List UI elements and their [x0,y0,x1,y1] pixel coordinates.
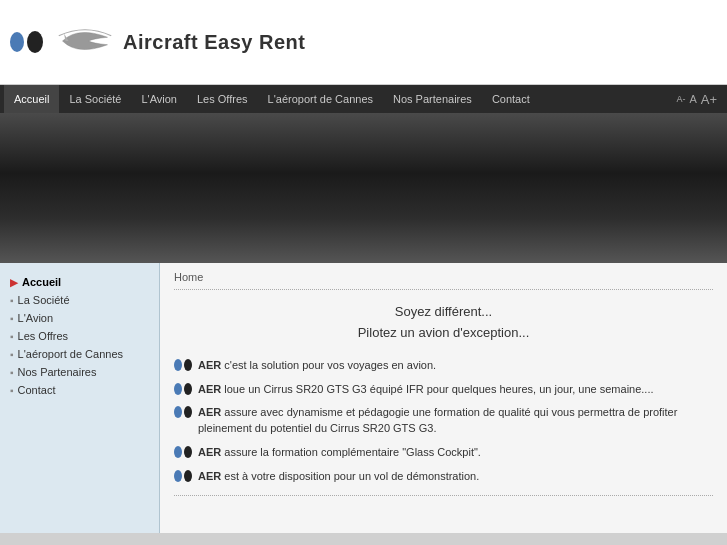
logo-plane-icon [55,21,115,64]
sidebar-bullet-aeroport: ▪ [10,349,14,360]
breadcrumb: Home [174,271,713,290]
aer-label: AER [198,406,221,418]
list-item: AER loue un Cirrus SR20 GTS G3 équipé IF… [174,382,713,398]
sidebar-item-contact[interactable]: ▪ Contact [6,381,153,399]
sidebar-bullet-partenaires: ▪ [10,367,14,378]
sidebar-item-partenaires[interactable]: ▪ Nos Partenaires [6,363,153,381]
list-item-text: AER assure la formation complémentaire "… [198,445,481,461]
oval-dark-icon [184,383,192,395]
nav-item-contact[interactable]: Contact [482,85,540,113]
list-item: AER assure la formation complémentaire "… [174,445,713,461]
sidebar-bullet-offres: ▪ [10,331,14,342]
list-item-text: AER loue un Cirrus SR20 GTS G3 équipé IF… [198,382,654,398]
font-size-controls: A- A A+ [676,93,723,106]
oval-blue-icon [174,446,182,458]
nav-item-avion[interactable]: L'Avion [131,85,187,113]
tagline-line1: Soyez différent... [174,302,713,323]
logo-oval-dark [27,31,43,53]
sidebar-label-contact: Contact [18,384,149,396]
tagline: Soyez différent... Pilotez un avion d'ex… [174,302,713,344]
list-item: AER est à votre disposition pour un vol … [174,469,713,485]
font-small-button[interactable]: A- [676,95,685,104]
nav-item-accueil[interactable]: Accueil [4,85,59,113]
aer-label: AER [198,383,221,395]
sidebar-label-accueil: Accueil [22,276,149,288]
font-large-button[interactable]: A+ [701,93,717,106]
sidebar-item-societe[interactable]: ▪ La Société [6,291,153,309]
main-content: Home Soyez différent... Pilotez un avion… [160,263,727,533]
logo-area: Aircraft Easy Rent [10,21,305,64]
oval-dark-icon [184,359,192,371]
oval-dark-icon [184,406,192,418]
oval-blue-icon [174,359,182,371]
content-list: AER c'est la solution pour vos voyages e… [174,358,713,486]
sidebar-label-societe: La Société [18,294,149,306]
oval-dark-icon [184,470,192,482]
sidebar-label-offres: Les Offres [18,330,149,342]
tagline-line2: Pilotez un avion d'exception... [174,323,713,344]
oval-dark-icon [184,446,192,458]
sidebar-item-avion[interactable]: ▪ L'Avion [6,309,153,327]
nav-item-societe[interactable]: La Société [59,85,131,113]
aer-label: AER [198,446,221,458]
hero-banner [0,113,727,263]
footer-divider [174,495,713,496]
sidebar: ▶ Accueil ▪ La Société ▪ L'Avion ▪ Les O… [0,263,160,533]
list-item: AER c'est la solution pour vos voyages e… [174,358,713,374]
list-item-text: AER assure avec dynamisme et pédagogie u… [198,405,713,437]
sidebar-bullet-societe: ▪ [10,295,14,306]
logo-circles [10,31,43,53]
sidebar-item-aeroport[interactable]: ▪ L'aéroport de Cannes [6,345,153,363]
logo-oval-blue [10,32,24,52]
list-item: AER assure avec dynamisme et pédagogie u… [174,405,713,437]
main-wrapper: ▶ Accueil ▪ La Société ▪ L'Avion ▪ Les O… [0,263,727,533]
list-item-text: AER est à votre disposition pour un vol … [198,469,479,485]
aer-label: AER [198,470,221,482]
header: Aircraft Easy Rent [0,0,727,85]
navbar: Accueil La Société L'Avion Les Offres L'… [0,85,727,113]
item-icons [174,406,192,418]
sidebar-item-offres[interactable]: ▪ Les Offres [6,327,153,345]
oval-blue-icon [174,470,182,482]
sidebar-label-aeroport: L'aéroport de Cannes [18,348,149,360]
sidebar-item-accueil[interactable]: ▶ Accueil [6,273,153,291]
nav-item-offres[interactable]: Les Offres [187,85,258,113]
list-item-text: AER c'est la solution pour vos voyages e… [198,358,436,374]
item-icons [174,446,192,458]
oval-blue-icon [174,383,182,395]
logo-title: Aircraft Easy Rent [123,31,305,54]
nav-item-aeroport[interactable]: L'aéroport de Cannes [258,85,383,113]
sidebar-bullet-accueil: ▶ [10,277,18,288]
nav-item-partenaires[interactable]: Nos Partenaires [383,85,482,113]
item-icons [174,470,192,482]
item-icons [174,359,192,371]
sidebar-label-partenaires: Nos Partenaires [18,366,149,378]
aer-label: AER [198,359,221,371]
sidebar-label-avion: L'Avion [18,312,149,324]
sidebar-bullet-contact: ▪ [10,385,14,396]
item-icons [174,383,192,395]
sidebar-bullet-avion: ▪ [10,313,14,324]
font-normal-button[interactable]: A [689,94,696,105]
oval-blue-icon [174,406,182,418]
